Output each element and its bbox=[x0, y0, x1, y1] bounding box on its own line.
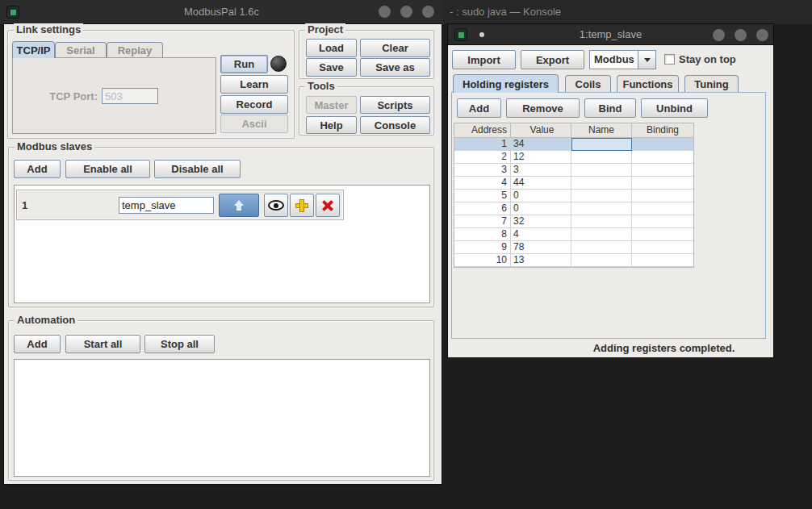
cell-value[interactable]: 0 bbox=[511, 190, 571, 202]
save-button[interactable]: Save bbox=[306, 58, 357, 77]
cell-binding[interactable] bbox=[632, 151, 693, 164]
cell-name[interactable] bbox=[571, 241, 632, 254]
maximize-button[interactable] bbox=[400, 6, 412, 18]
slave-maximize-button[interactable] bbox=[735, 29, 747, 41]
tab-tuning[interactable]: Tuning bbox=[684, 75, 739, 93]
cell-binding[interactable] bbox=[632, 177, 693, 190]
enable-all-button[interactable]: Enable all bbox=[65, 160, 150, 178]
cell-binding[interactable] bbox=[632, 190, 693, 202]
console-button[interactable]: Console bbox=[360, 116, 430, 134]
cell-address[interactable]: 8 bbox=[454, 228, 511, 241]
scripts-button[interactable]: Scripts bbox=[360, 96, 430, 114]
slave-name-field[interactable] bbox=[119, 197, 214, 214]
cell-binding[interactable] bbox=[632, 138, 693, 151]
tab-tcpip[interactable]: TCP/IP bbox=[12, 41, 55, 58]
add-register-button[interactable]: Add bbox=[457, 98, 501, 118]
cell-binding[interactable] bbox=[632, 164, 693, 177]
cell-name[interactable] bbox=[571, 164, 632, 177]
record-button[interactable]: Record bbox=[220, 95, 288, 114]
cell-value[interactable]: 13 bbox=[511, 254, 571, 267]
cell-address[interactable]: 10 bbox=[454, 254, 511, 267]
table-row[interactable]: 1 34 bbox=[454, 138, 693, 151]
slave-window-titlebar[interactable]: 1:temp_slave bbox=[448, 24, 773, 45]
disable-all-button[interactable]: Disable all bbox=[154, 160, 241, 178]
cell-name[interactable] bbox=[571, 254, 632, 267]
cell-address[interactable]: 5 bbox=[454, 190, 511, 202]
export-button[interactable]: Export bbox=[521, 50, 584, 69]
cell-binding[interactable] bbox=[632, 215, 693, 228]
remove-register-button[interactable]: Remove bbox=[506, 98, 580, 118]
add-slave-button[interactable]: Add bbox=[14, 160, 61, 178]
learn-button[interactable]: Learn bbox=[220, 75, 288, 94]
cell-value[interactable]: 32 bbox=[511, 215, 571, 228]
save-as-button[interactable]: Save as bbox=[360, 58, 430, 77]
cell-name[interactable] bbox=[571, 202, 632, 215]
delete-slave-button[interactable] bbox=[316, 194, 340, 217]
tab-holding-registers[interactable]: Holding registers bbox=[453, 74, 559, 93]
stop-all-button[interactable]: Stop all bbox=[144, 335, 215, 353]
col-header-value[interactable]: Value bbox=[511, 123, 571, 138]
modbus-protocol-select[interactable]: Modbus bbox=[589, 50, 656, 69]
tab-coils[interactable]: Coils bbox=[565, 75, 611, 93]
stay-on-top-checkbox[interactable] bbox=[664, 54, 675, 65]
cell-name[interactable] bbox=[571, 138, 632, 151]
table-row[interactable]: 5 0 bbox=[454, 190, 693, 202]
cell-address[interactable]: 1 bbox=[454, 138, 511, 151]
cell-address[interactable]: 6 bbox=[454, 202, 511, 215]
col-header-name[interactable]: Name bbox=[571, 123, 632, 138]
cell-name[interactable] bbox=[571, 215, 632, 228]
table-row[interactable]: 2 12 bbox=[454, 151, 693, 164]
table-row[interactable]: 3 3 bbox=[454, 164, 693, 177]
cell-binding[interactable] bbox=[632, 241, 693, 254]
table-row[interactable]: 7 32 bbox=[454, 215, 693, 228]
cell-name[interactable] bbox=[571, 177, 632, 190]
cell-binding[interactable] bbox=[632, 228, 693, 241]
table-row[interactable]: 10 13 bbox=[454, 254, 693, 267]
stay-on-top-label[interactable]: Stay on top bbox=[679, 53, 736, 65]
bind-button[interactable]: Bind bbox=[584, 98, 636, 118]
cell-value[interactable]: 44 bbox=[511, 177, 571, 190]
cell-binding[interactable] bbox=[632, 254, 693, 267]
cell-value[interactable]: 78 bbox=[511, 241, 571, 254]
tab-functions[interactable]: Functions bbox=[617, 75, 679, 93]
cell-address[interactable]: 4 bbox=[454, 177, 511, 190]
slave-close-button[interactable] bbox=[756, 29, 768, 41]
cell-name[interactable] bbox=[571, 228, 632, 241]
import-button[interactable]: Import bbox=[452, 50, 516, 69]
cell-address[interactable]: 9 bbox=[454, 241, 511, 254]
close-button[interactable] bbox=[422, 6, 434, 18]
clear-button[interactable]: Clear bbox=[360, 39, 430, 57]
slave-minimize-button[interactable] bbox=[713, 29, 725, 41]
automation-group: Automation Add Start all Stop all bbox=[8, 320, 434, 481]
table-row[interactable]: 6 0 bbox=[454, 202, 693, 215]
cell-name[interactable] bbox=[571, 190, 632, 202]
start-all-button[interactable]: Start all bbox=[65, 335, 140, 353]
cell-address[interactable]: 7 bbox=[454, 215, 511, 228]
cell-value[interactable]: 0 bbox=[511, 202, 571, 215]
col-header-binding[interactable]: Binding bbox=[632, 123, 693, 138]
add-automation-button[interactable]: Add bbox=[14, 335, 61, 353]
cell-value[interactable]: 4 bbox=[511, 228, 571, 241]
cell-address[interactable]: 3 bbox=[454, 164, 511, 177]
konsole-titlebar[interactable]: - : sudo java — Konsole bbox=[443, 0, 812, 24]
add-automation-to-slave-button[interactable] bbox=[290, 194, 314, 217]
help-button[interactable]: Help bbox=[306, 116, 357, 134]
cell-value[interactable]: 34 bbox=[511, 138, 571, 151]
load-button[interactable]: Load bbox=[306, 39, 357, 57]
view-slave-button[interactable] bbox=[264, 194, 288, 217]
cell-address[interactable]: 2 bbox=[454, 151, 511, 164]
chevron-down-icon[interactable] bbox=[638, 51, 655, 69]
table-row[interactable]: 4 44 bbox=[454, 177, 693, 190]
unbind-button[interactable]: Unbind bbox=[641, 98, 708, 118]
cell-value[interactable]: 3 bbox=[511, 164, 571, 177]
minimize-button[interactable] bbox=[379, 6, 391, 18]
run-button[interactable]: Run bbox=[220, 55, 268, 73]
table-row[interactable]: 8 4 bbox=[454, 228, 693, 241]
cell-value[interactable]: 12 bbox=[511, 151, 571, 164]
cell-binding[interactable] bbox=[632, 202, 693, 215]
col-header-address[interactable]: Address bbox=[454, 123, 511, 138]
table-row[interactable]: 9 78 bbox=[454, 241, 693, 254]
cell-name[interactable] bbox=[571, 151, 632, 164]
main-window-titlebar[interactable]: ModbusPal 1.6c bbox=[0, 0, 443, 24]
show-slave-panel-toggle[interactable] bbox=[219, 194, 259, 217]
